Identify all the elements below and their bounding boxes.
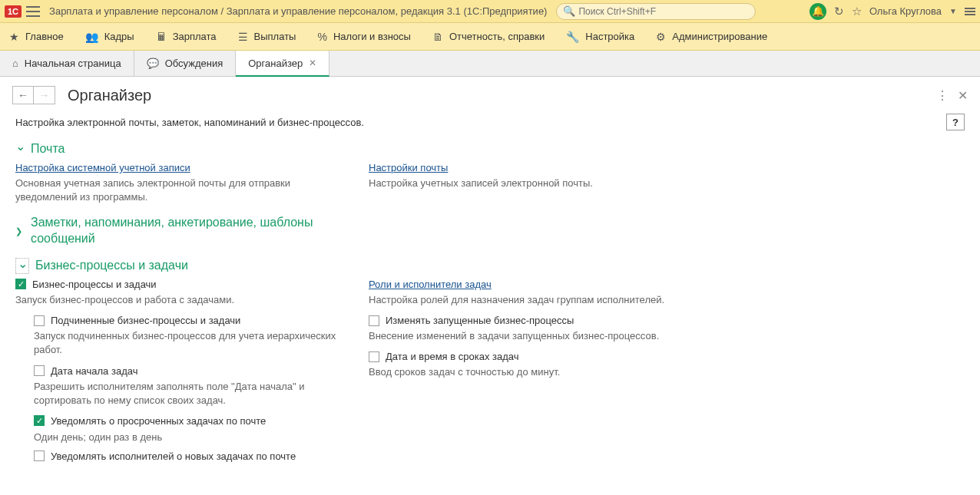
nav-payments[interactable]: ☰Выплаты: [238, 31, 296, 43]
link-mail-settings[interactable]: Настройки почты: [369, 162, 448, 173]
desc-bp-main: Запуск бизнес-процессов и работа с задач…: [15, 293, 338, 307]
chevron-down-icon: [15, 141, 25, 156]
history-icon[interactable]: ↻: [834, 5, 844, 18]
search-box[interactable]: 🔍: [556, 3, 756, 20]
cb-notify-overdue[interactable]: Уведомлять о просроченных задачах по поч…: [34, 415, 338, 427]
bell-icon[interactable]: 🔔: [809, 3, 826, 20]
desc-roles: Настройка ролей для назначения задач гру…: [369, 293, 691, 307]
cb-datetime-label: Дата и время в сроках задач: [386, 351, 519, 362]
list-icon: ☰: [238, 31, 248, 43]
wrench-icon: 🔧: [566, 31, 579, 43]
nav-admin[interactable]: ⚙Администрирование: [656, 31, 767, 43]
cb-bp-main-label: Бизнес-процессы и задачи: [32, 279, 157, 290]
forward-button[interactable]: →: [34, 86, 55, 104]
chat-icon: 💬: [147, 58, 159, 69]
desc-system-account: Основная учетная запись электронной почт…: [15, 177, 338, 204]
section-mail-header[interactable]: Почта: [15, 141, 965, 156]
checkbox-icon[interactable]: [34, 365, 45, 376]
doc-icon: 🗎: [432, 31, 443, 43]
star-icon: ★: [9, 31, 19, 43]
main-nav: ★Главное 👥Кадры 🖩Зарплата ☰Выплаты %Нало…: [0, 23, 980, 51]
cb-notify-new-label: Уведомлять исполнителей о новых задачах …: [51, 450, 296, 462]
nav-taxes[interactable]: %Налоги и взносы: [317, 31, 411, 43]
section-bp: Бизнес-процессы и задачи Бизнес-процессы…: [15, 258, 965, 462]
checkbox-icon[interactable]: [369, 351, 379, 362]
section-bp-title: Бизнес-процессы и задачи: [35, 259, 188, 272]
tab-discuss[interactable]: 💬Обсуждения: [134, 51, 237, 76]
close-page-icon[interactable]: ✕: [958, 88, 968, 103]
gear-icon: ⚙: [656, 31, 666, 43]
desc-mail-settings: Настройка учетных записей электронной по…: [369, 177, 691, 190]
checkbox-icon[interactable]: [369, 315, 379, 326]
chevron-right-icon: [15, 226, 25, 236]
checkbox-icon[interactable]: [34, 415, 45, 426]
page-subtitle: Настройка электронной почты, заметок, на…: [15, 117, 364, 128]
page-title: Органайзер: [68, 87, 151, 104]
checkbox-icon[interactable]: [15, 279, 26, 289]
desc-startdate: Разрешить исполнителям заполнять поле "Д…: [34, 380, 338, 408]
section-notes-header[interactable]: Заметки, напоминания, анкетирование, шаб…: [15, 215, 965, 247]
content: Настройка электронной почты, заметок, на…: [0, 111, 980, 477]
page-header: ← → Органайзер ⋮ ✕: [0, 77, 980, 111]
user-chevron-icon[interactable]: ▼: [949, 7, 957, 15]
desc-datetime: Ввод сроков задач с точностью до минут.: [369, 365, 691, 379]
section-bp-header[interactable]: Бизнес-процессы и задачи: [15, 258, 965, 274]
cb-change-bp[interactable]: Изменять запущенные бизнес-процессы: [369, 315, 691, 326]
cb-sub-bp-label: Подчиненные бизнес-процессы и задачи: [51, 315, 240, 326]
checkbox-icon[interactable]: [34, 450, 45, 461]
app-title: Зарплата и управление персоналом / Зарпл…: [49, 5, 547, 17]
tab-organizer[interactable]: Органайзер✕: [236, 51, 329, 77]
link-system-account[interactable]: Настройка системной учетной записи: [15, 162, 190, 173]
logo-1c: 1C: [5, 5, 22, 18]
notify-overdue-frequency: Один день; один раз в день: [34, 431, 338, 443]
desc-sub-bp: Запуск подчиненных бизнес-процессов для …: [34, 329, 338, 357]
user-name[interactable]: Ольга Круглова: [869, 5, 942, 17]
cb-notify-overdue-label: Уведомлять о просроченных задачах по поч…: [51, 415, 266, 427]
people-icon: 👥: [85, 31, 98, 43]
menu-icon[interactable]: [26, 6, 40, 17]
home-icon: ⌂: [12, 58, 18, 69]
cb-startdate-label: Дата начала задач: [51, 365, 137, 377]
cb-change-bp-label: Изменять запущенные бизнес-процессы: [386, 315, 574, 326]
section-mail-title: Почта: [31, 142, 65, 156]
tab-start[interactable]: ⌂Начальная страница: [0, 51, 134, 76]
section-bp-toggle[interactable]: [15, 258, 29, 274]
cb-bp-main[interactable]: Бизнес-процессы и задачи: [15, 279, 338, 290]
nav-reports[interactable]: 🗎Отчетность, справки: [432, 31, 545, 43]
more-icon[interactable]: ⋮: [936, 88, 949, 103]
nav-staff[interactable]: 👥Кадры: [85, 31, 134, 43]
desc-change-bp: Внесение изменений в задачи запущенных б…: [369, 329, 691, 343]
help-button[interactable]: ?: [946, 114, 965, 130]
section-notes: Заметки, напоминания, анкетирование, шаб…: [15, 215, 965, 247]
nav-main[interactable]: ★Главное: [9, 31, 64, 43]
cb-datetime[interactable]: Дата и время в сроках задач: [369, 351, 691, 362]
back-button[interactable]: ←: [12, 86, 34, 104]
search-input[interactable]: [578, 6, 749, 17]
checkbox-icon[interactable]: [34, 315, 45, 326]
panel-settings-icon[interactable]: [965, 8, 975, 15]
calc-icon: 🖩: [156, 31, 167, 43]
chevron-down-icon: [18, 259, 27, 273]
tabs: ⌂Начальная страница 💬Обсуждения Органайз…: [0, 51, 980, 77]
search-icon: 🔍: [563, 5, 575, 17]
nav-salary[interactable]: 🖩Зарплата: [156, 31, 217, 43]
titlebar: 1C Зарплата и управление персоналом / За…: [0, 0, 980, 23]
star-icon[interactable]: ☆: [852, 5, 862, 18]
percent-icon: %: [317, 31, 326, 43]
cb-sub-bp[interactable]: Подчиненные бизнес-процессы и задачи: [34, 315, 338, 326]
link-roles[interactable]: Роли и исполнители задач: [369, 279, 492, 290]
close-icon[interactable]: ✕: [309, 58, 316, 68]
cb-startdate[interactable]: Дата начала задач: [34, 365, 338, 377]
nav-setup[interactable]: 🔧Настройка: [566, 31, 634, 43]
cb-notify-new[interactable]: Уведомлять исполнителей о новых задачах …: [34, 450, 338, 462]
section-notes-title: Заметки, напоминания, анкетирование, шаб…: [31, 215, 315, 247]
section-mail: Почта Настройка системной учетной записи…: [15, 141, 965, 204]
